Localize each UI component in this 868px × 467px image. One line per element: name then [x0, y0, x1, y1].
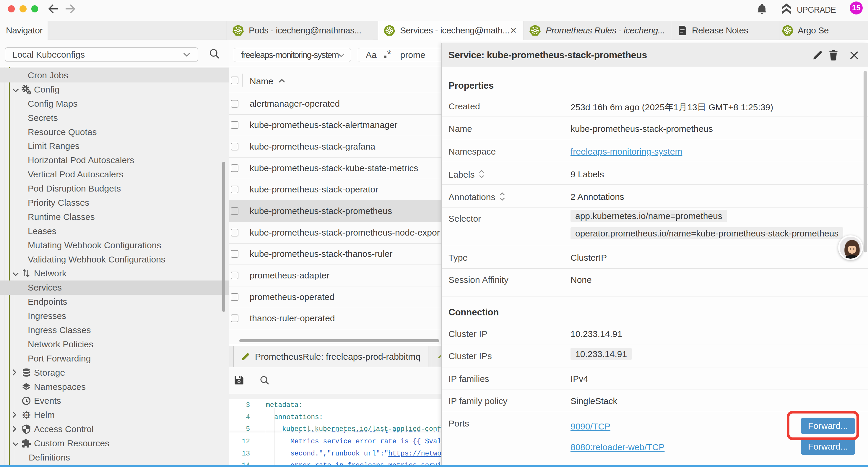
svg-text:HELM: HELM	[23, 414, 30, 417]
